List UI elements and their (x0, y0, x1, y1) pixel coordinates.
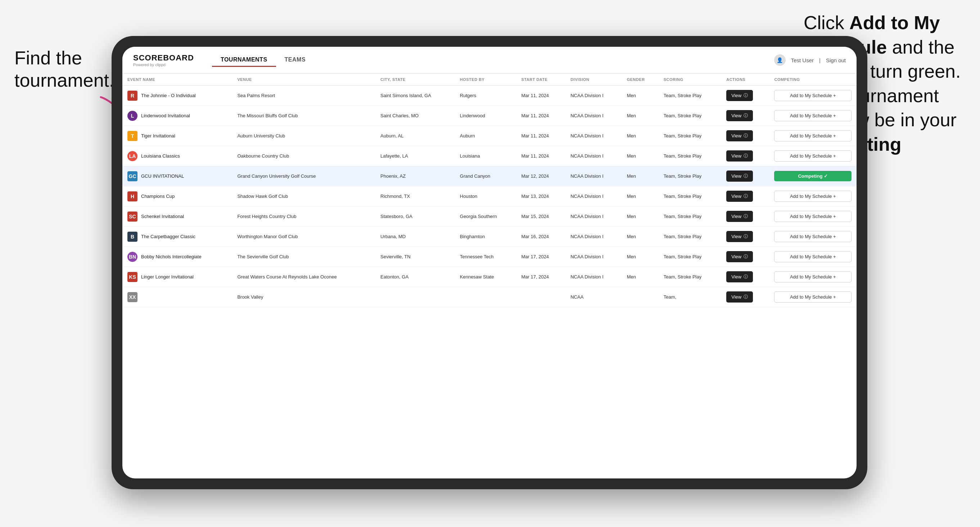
city-state-cell: Statesboro, GA (375, 206, 455, 227)
event-name: Tiger Invitational (141, 133, 175, 138)
city-state-cell: Saint Simons Island, GA (375, 86, 455, 106)
event-name-cell: GC GCU INVITATIONAL (123, 166, 232, 186)
division-cell: NCAA Division I (565, 146, 622, 166)
view-icon: ⓘ (743, 193, 748, 199)
view-button[interactable]: View ⓘ (726, 90, 753, 101)
start-date-cell: Mar 13, 2024 (517, 186, 566, 206)
venue-cell: Sea Palms Resort (232, 86, 375, 106)
view-button[interactable]: View ⓘ (726, 190, 753, 202)
division-cell: NCAA Division I (565, 86, 622, 106)
logo-subtitle: Powered by clippd (133, 63, 194, 67)
scoring-cell: Team, Stroke Play (659, 126, 721, 146)
col-start-date: START DATE (517, 74, 566, 86)
city-state-cell: Eatonton, GA (375, 267, 455, 287)
add-to-schedule-button[interactable]: Add to My Schedule + (774, 231, 851, 242)
view-button[interactable]: View ⓘ (726, 291, 753, 303)
division-cell: NCAA Division I (565, 206, 622, 227)
add-to-schedule-button[interactable]: Add to My Schedule + (774, 190, 851, 202)
hosted-by-cell: Kennesaw State (455, 267, 517, 287)
start-date-cell: Mar 11, 2024 (517, 126, 566, 146)
user-name: Test User (791, 57, 814, 63)
signout-link[interactable]: Sign out (826, 57, 846, 63)
competing-button[interactable]: Competing ✓ (774, 171, 851, 181)
table-row: T Tiger Invitational Auburn University C… (123, 126, 857, 146)
scoring-cell: Team, Stroke Play (659, 86, 721, 106)
col-gender: GENDER (622, 74, 659, 86)
event-name: The Carpetbagger Classic (141, 234, 196, 239)
view-icon: ⓘ (743, 113, 748, 119)
add-to-schedule-button[interactable]: Add to My Schedule + (774, 211, 851, 222)
competing-cell: Add to My Schedule + (769, 126, 857, 146)
add-to-schedule-button[interactable]: Add to My Schedule + (774, 110, 851, 121)
view-icon: ⓘ (743, 294, 748, 300)
event-name: GCU INVITATIONAL (141, 173, 184, 179)
table-row: GC GCU INVITATIONAL Grand Canyon Univers… (123, 166, 857, 186)
table-row: LA Louisiana Classics Oakbourne Country … (123, 146, 857, 166)
app-logo: SCOREBOARD (133, 53, 194, 63)
competing-cell: Add to My Schedule + (769, 186, 857, 206)
view-button[interactable]: View ⓘ (726, 271, 753, 283)
view-icon: ⓘ (743, 233, 748, 240)
division-cell: NCAA Division I (565, 247, 622, 267)
actions-cell: View ⓘ (721, 86, 769, 106)
city-state-cell (375, 287, 455, 307)
venue-cell: Shadow Hawk Golf Club (232, 186, 375, 206)
add-to-schedule-button[interactable]: Add to My Schedule + (774, 251, 851, 262)
instruction-line2: tournament. (14, 70, 115, 90)
competing-cell: Add to My Schedule + (769, 247, 857, 267)
division-cell: NCAA Division I (565, 267, 622, 287)
separator: | (819, 57, 821, 63)
competing-cell: Add to My Schedule + (769, 146, 857, 166)
actions-cell: View ⓘ (721, 126, 769, 146)
view-button[interactable]: View ⓘ (726, 130, 753, 141)
team-logo: KS (127, 272, 137, 282)
actions-cell: View ⓘ (721, 267, 769, 287)
actions-cell: View ⓘ (721, 247, 769, 267)
actions-cell: View ⓘ (721, 186, 769, 206)
view-button[interactable]: View ⓘ (726, 211, 753, 222)
gender-cell: Men (622, 146, 659, 166)
nav-tabs: TOURNAMENTS TEAMS (212, 54, 314, 67)
gender-cell: Men (622, 227, 659, 247)
add-to-schedule-button[interactable]: Add to My Schedule + (774, 150, 851, 162)
tab-teams[interactable]: TEAMS (276, 54, 315, 67)
view-icon: ⓘ (743, 133, 748, 139)
event-name: Lindenwood Invitational (141, 113, 190, 118)
scoring-cell: Team, Stroke Play (659, 206, 721, 227)
view-button[interactable]: View ⓘ (726, 110, 753, 121)
division-cell: NCAA Division I (565, 106, 622, 126)
add-to-schedule-button[interactable]: Add to My Schedule + (774, 291, 851, 303)
venue-cell: Forest Heights Country Club (232, 206, 375, 227)
event-name: Louisiana Classics (141, 153, 180, 159)
team-logo: LA (127, 151, 137, 161)
left-instruction: Find the tournament. (14, 47, 115, 92)
scoring-cell: Team, Stroke Play (659, 166, 721, 186)
event-name-cell: XX (123, 287, 232, 307)
division-cell: NCAA Division I (565, 186, 622, 206)
team-logo: GC (127, 171, 137, 181)
event-name-cell: H Champions Cup (123, 186, 232, 206)
tab-tournaments[interactable]: TOURNAMENTS (212, 54, 276, 67)
col-venue: VENUE (232, 74, 375, 86)
col-city-state: CITY, STATE (375, 74, 455, 86)
table-row: KS Linger Longer Invitational Great Wate… (123, 267, 857, 287)
table-container: EVENT NAME VENUE CITY, STATE HOSTED BY S… (123, 74, 857, 478)
team-logo: R (127, 90, 137, 101)
col-scoring: SCORING (659, 74, 721, 86)
view-button[interactable]: View ⓘ (726, 251, 753, 262)
add-to-schedule-button[interactable]: Add to My Schedule + (774, 90, 851, 101)
add-to-schedule-button[interactable]: Add to My Schedule + (774, 271, 851, 283)
venue-cell: Auburn University Club (232, 126, 375, 146)
view-button[interactable]: View ⓘ (726, 150, 753, 162)
event-name-cell: SC Schenkel Invitational (123, 206, 232, 227)
view-button[interactable]: View ⓘ (726, 231, 753, 242)
team-logo: L (127, 111, 137, 121)
view-icon: ⓘ (743, 213, 748, 219)
gender-cell: Men (622, 206, 659, 227)
add-to-schedule-button[interactable]: Add to My Schedule + (774, 130, 851, 141)
view-button[interactable]: View ⓘ (726, 170, 753, 182)
actions-cell: View ⓘ (721, 146, 769, 166)
venue-cell: Brook Valley (232, 287, 375, 307)
city-state-cell: Urbana, MD (375, 227, 455, 247)
start-date-cell: Mar 17, 2024 (517, 267, 566, 287)
